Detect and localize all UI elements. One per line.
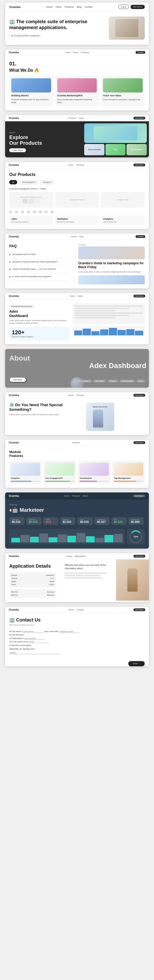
appdetails-table-1: $56,761 Revenue $56,761 Revenue: [9, 589, 56, 598]
whatwedo-card-desc-1: Drive results with integrated marketing …: [57, 98, 97, 104]
faq-item-1[interactable]: ▶ Resource: Facebook And Our Draft Organ…: [9, 259, 70, 266]
nav5-faq[interactable]: FAQ: [79, 235, 83, 238]
product-preview-label-2: Analytics View: [117, 199, 129, 200]
site-nav-links-3: Products About: [68, 117, 84, 119]
nav6-home[interactable]: Home: [70, 295, 75, 297]
nav12-home[interactable]: Home: [69, 609, 74, 611]
site-btn-4[interactable]: Get Demo: [134, 164, 145, 166]
products-tab-marketing[interactable]: Marketing/ROI: [19, 180, 38, 185]
special-subtitle: Please take a look at our offer for prem…: [9, 414, 83, 416]
explore-left: Explore ExploreOur Products Learn More: [5, 121, 82, 158]
adex-hero-about: About: [9, 354, 30, 363]
products-tab-all[interactable]: All: [9, 180, 17, 185]
explore-about-card[interactable]: About Ocamba: [84, 144, 104, 155]
nav4-home[interactable]: Home: [68, 164, 74, 166]
nav3-about[interactable]: About: [79, 117, 84, 119]
adex-right: [72, 304, 145, 336]
special-product-name: Multi Currency: [93, 406, 107, 408]
module-card-bar-1: [45, 481, 74, 482]
nav-products[interactable]: Products: [65, 6, 74, 8]
contact-send-button[interactable]: Send →: [128, 661, 145, 666]
site-nav-4: Ocamba Home Products Get Demo: [5, 162, 149, 168]
section-module-frame: Ocamba Features Get Demo ModuleFeatures …: [5, 440, 149, 488]
marketeer-title: ♦️🤖 Marketeer: [9, 507, 145, 513]
login-button[interactable]: Log In: [118, 5, 129, 9]
chart-bar-3: [39, 533, 48, 542]
site-btn-9[interactable]: Get Demo: [134, 441, 145, 444]
contact-email-input[interactable]: [28, 641, 49, 643]
explore-faq-card[interactable]: FAQ: [105, 144, 126, 155]
contact-company-input[interactable]: [59, 630, 79, 633]
chart-bar-1: [20, 535, 29, 542]
appdetails-nav-apps[interactable]: Applications: [75, 555, 86, 557]
adex-hero-tag-3[interactable]: Achievements: [119, 380, 135, 382]
adex-hero-tag-1[interactable]: Site Status: [93, 380, 106, 382]
site-btn-8[interactable]: Get Demo: [134, 394, 145, 397]
faq-icon-0: ▶: [9, 253, 11, 256]
contact-interest-input[interactable]: [24, 637, 45, 640]
nav-about[interactable]: About: [55, 6, 61, 8]
special-flag: ⚙️: [9, 402, 14, 407]
section-whatwedo-frame: Ocamba Home About Products Contact 01. W…: [5, 49, 149, 110]
nav5-home[interactable]: Home: [71, 235, 77, 238]
nav-contact[interactable]: Contact: [85, 6, 93, 8]
products-tab-analytics[interactable]: Analytics: [40, 180, 54, 185]
special-title: ⚙️ Do You Need That Special Something?: [9, 402, 83, 412]
site-logo-2: Ocamba: [9, 51, 19, 54]
appdetails-nav-btn[interactable]: Get Demo: [134, 555, 145, 558]
whatwedo-card-img-0: [11, 78, 51, 92]
whatwedo-card-title-0: Building Blocks: [11, 94, 51, 97]
appdetails-nav-home[interactable]: Home: [67, 555, 72, 557]
marketeer-nav-button[interactable]: Get Demo: [133, 495, 145, 497]
hero-image-inner: [115, 19, 138, 37]
nav-blog[interactable]: Blog: [77, 6, 82, 8]
contact-name-input[interactable]: [24, 630, 44, 633]
adex-hero-see-more-button[interactable]: See More: [9, 377, 27, 382]
marketeer-nav-products[interactable]: Products: [72, 495, 80, 497]
marketeer-nav-about[interactable]: About: [83, 495, 88, 497]
nav4-products[interactable]: Products: [76, 164, 85, 166]
faq-item-3[interactable]: ▶ Is There Any Documentation And Support…: [9, 273, 70, 281]
marketeer-stat-value-6: $0.121: [114, 520, 124, 523]
products-preview-0: Automated bidding system: [9, 192, 53, 208]
chart-bar-11: [114, 534, 123, 542]
module-card-title-3: Tag Management: [114, 477, 143, 479]
appdetails-desc: Effective tool where you can track all t…: [65, 563, 112, 571]
site-btn-3[interactable]: Get Demo: [134, 117, 145, 119]
site-btn-12[interactable]: Get Demo: [134, 608, 145, 611]
contact-sub-label: We'd love to hear from you!: [9, 624, 34, 626]
explore-contacts-card[interactable]: Our Contacts: [127, 144, 147, 155]
adex-hero-title: Adex Dashboard: [89, 362, 146, 370]
nav8-premium[interactable]: Premium: [76, 394, 84, 396]
nav9-features[interactable]: Features: [72, 441, 80, 444]
marketeer-nav-home[interactable]: Home: [64, 495, 69, 497]
explore-btn[interactable]: Learn More: [9, 148, 26, 152]
nav2-about[interactable]: About: [73, 51, 79, 54]
nav8-home[interactable]: Home: [68, 394, 74, 396]
nav12-contact[interactable]: Contact: [77, 609, 84, 611]
whatwedo-card-img-2: [103, 78, 143, 92]
adex-hero-tag-4[interactable]: Docs: [137, 380, 145, 382]
appdetails-heading: Application Details: [9, 563, 56, 569]
module-grid: Analytics User Engagement Visualization: [9, 461, 145, 484]
faq-item-0[interactable]: ▶ All Updates Are Pro Plan?: [9, 251, 70, 259]
site-nav-12: Ocamba Home Contact Get Demo: [5, 607, 149, 613]
whatwedo-card-desc-0: Powerful modular tools for any enterpris…: [11, 98, 51, 104]
module-card-bar-3: [114, 481, 143, 482]
nav-home[interactable]: Home: [46, 6, 52, 8]
demo-button[interactable]: Get Demo: [130, 5, 145, 9]
product-preview-label-0: Automated bidding system: [20, 196, 42, 198]
contact-more-input[interactable]: [9, 652, 61, 654]
appdetails-left: Application Details Module Marketeer Ver…: [5, 559, 60, 602]
site-btn-2[interactable]: Contact: [135, 51, 145, 54]
nav2-products[interactable]: Products: [81, 51, 89, 54]
site-btn-6[interactable]: Get Demo: [134, 294, 145, 298]
faq-item-2[interactable]: ▶ I Need Something Unique — Can You Help…: [9, 266, 70, 273]
adex-hero-tag-2[interactable]: Careers: [108, 380, 118, 382]
nav6-adex[interactable]: Adex: [78, 295, 82, 297]
nav3-item[interactable]: Products: [68, 117, 77, 119]
products-num-7: 08: [51, 211, 53, 213]
site-btn-5[interactable]: Contact: [135, 235, 145, 238]
nav2-home[interactable]: Home: [65, 51, 71, 54]
products-preview-row: Automated bidding system Dashboard Previ…: [9, 192, 145, 208]
